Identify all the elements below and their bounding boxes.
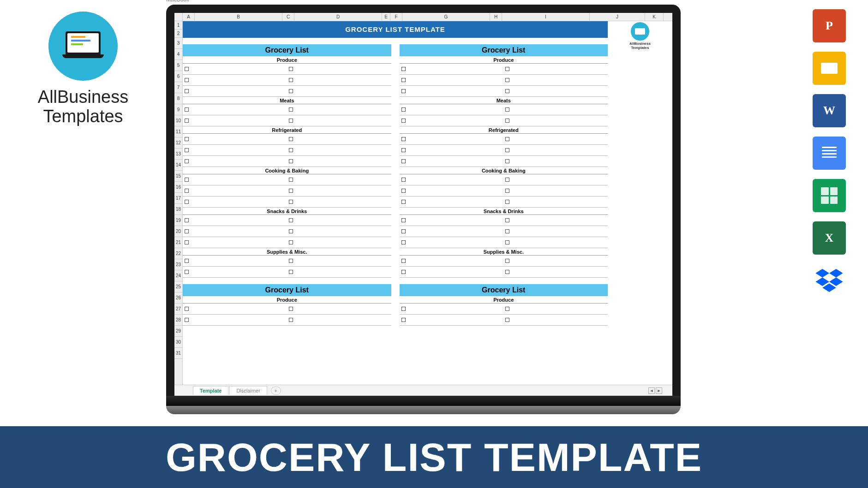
horizontal-scroll-buttons[interactable]: ◄► [648,387,667,394]
row-header-3[interactable]: 3 [174,38,182,49]
checkbox[interactable] [289,259,293,263]
checkbox[interactable] [505,159,509,163]
row-header-15[interactable]: 15 [174,171,182,182]
row-header-4[interactable]: 4 [174,49,182,60]
checkbox[interactable] [185,119,189,123]
checkbox[interactable] [185,78,189,82]
checkbox[interactable] [505,318,509,322]
checkbox[interactable] [505,200,509,204]
row-header-20[interactable]: 20 [174,226,182,237]
checkbox[interactable] [289,200,293,204]
row-header-1[interactable]: 1 [174,21,182,30]
checkbox[interactable] [401,229,406,233]
checkbox[interactable] [289,107,293,112]
checkbox[interactable] [401,89,406,93]
checkbox[interactable] [505,189,509,193]
checkbox[interactable] [505,259,509,263]
row-header-17[interactable]: 17 [174,193,182,204]
checkbox[interactable] [401,159,406,163]
checkbox[interactable] [185,229,189,233]
excel-icon[interactable]: X [813,221,846,255]
checkbox[interactable] [289,137,293,141]
row-header-28[interactable]: 28 [174,315,182,326]
checkbox[interactable] [401,67,406,71]
row-header-18[interactable]: 18 [174,204,182,215]
checkbox[interactable] [185,259,189,263]
checkbox[interactable] [505,107,509,112]
checkbox[interactable] [185,218,189,222]
checkbox[interactable] [289,218,293,222]
checkbox[interactable] [401,318,406,322]
google-slides-icon[interactable] [813,52,846,85]
checkbox[interactable] [401,107,406,112]
checkbox[interactable] [185,240,189,244]
checkbox[interactable] [185,200,189,204]
powerpoint-icon[interactable]: P [813,9,846,42]
checkbox[interactable] [401,119,406,123]
checkbox[interactable] [289,178,293,182]
row-header-27[interactable]: 27 [174,304,182,315]
column-header-D[interactable]: D [294,13,382,21]
row-header-26[interactable]: 26 [174,292,182,304]
checkbox[interactable] [289,270,293,274]
checkbox[interactable] [289,119,293,123]
checkbox[interactable] [505,307,509,311]
column-header-K[interactable]: K [645,13,664,21]
row-header-23[interactable]: 23 [174,259,182,270]
checkbox[interactable] [185,159,189,163]
row-header-2[interactable]: 2 [174,30,182,38]
checkbox[interactable] [401,307,406,311]
checkbox[interactable] [289,89,293,93]
row-header-24[interactable]: 24 [174,270,182,281]
row-header-6[interactable]: 6 [174,71,182,82]
checkbox[interactable] [401,78,406,82]
row-header-14[interactable]: 14 [174,160,182,171]
checkbox[interactable] [185,67,189,71]
row-header-25[interactable]: 25 [174,281,182,292]
row-header-19[interactable]: 19 [174,215,182,226]
checkbox[interactable] [505,137,509,141]
row-header-5[interactable]: 5 [174,60,182,71]
checkbox[interactable] [185,318,189,322]
checkbox[interactable] [289,229,293,233]
checkbox[interactable] [289,67,293,71]
row-header-13[interactable]: 13 [174,149,182,160]
column-header-E[interactable]: E [382,13,390,21]
checkbox[interactable] [289,159,293,163]
checkbox[interactable] [401,137,406,141]
checkbox[interactable] [185,148,189,152]
checkbox[interactable] [505,240,509,244]
checkbox[interactable] [401,178,406,182]
google-docs-icon[interactable] [813,137,846,170]
row-header-12[interactable]: 12 [174,137,182,149]
checkbox[interactable] [505,78,509,82]
checkbox[interactable] [401,189,406,193]
checkbox[interactable] [289,318,293,322]
checkbox[interactable] [505,178,509,182]
column-header-I[interactable]: I [502,13,590,21]
checkbox[interactable] [185,189,189,193]
row-header-22[interactable]: 22 [174,248,182,259]
row-header-7[interactable]: 7 [174,82,182,93]
tab-disclaimer[interactable]: Disclaimer [229,386,267,395]
row-header-8[interactable]: 8 [174,93,182,104]
checkbox[interactable] [289,240,293,244]
add-sheet-button[interactable]: + [271,387,281,395]
column-header-A[interactable]: A [183,13,195,21]
checkbox[interactable] [185,137,189,141]
column-header-G[interactable]: G [402,13,490,21]
checkbox[interactable] [289,148,293,152]
row-header-9[interactable]: 9 [174,104,182,115]
checkbox[interactable] [401,200,406,204]
checkbox[interactable] [505,148,509,152]
checkbox[interactable] [289,78,293,82]
checkbox[interactable] [401,218,406,222]
column-header-B[interactable]: B [195,13,282,21]
checkbox[interactable] [185,107,189,112]
checkbox[interactable] [185,270,189,274]
checkbox[interactable] [401,148,406,152]
checkbox[interactable] [401,270,406,274]
checkbox[interactable] [185,89,189,93]
row-header-21[interactable]: 21 [174,237,182,248]
checkbox[interactable] [289,307,293,311]
